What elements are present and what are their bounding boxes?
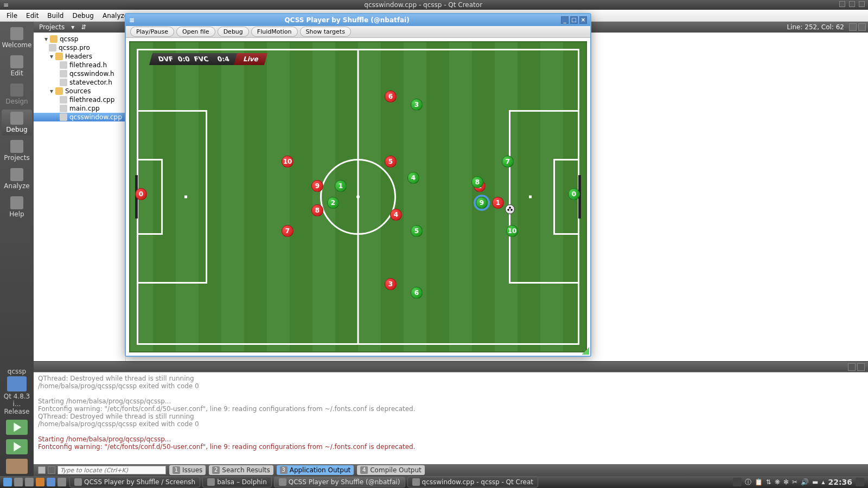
file-icon <box>49 44 56 52</box>
split-button[interactable] <box>849 23 857 31</box>
pager-icon[interactable] <box>25 478 34 486</box>
player-minimize-button[interactable]: _ <box>561 16 569 24</box>
clock[interactable]: 22:36 <box>828 478 852 486</box>
tree-node[interactable]: statevector.h <box>34 78 125 87</box>
mode-analyze[interactable]: Analyze <box>2 166 32 192</box>
player-red: 0 <box>135 188 147 200</box>
kickoff-icon[interactable] <box>3 478 12 486</box>
menu-build[interactable]: Build <box>43 10 68 21</box>
tab-compile-output[interactable]: 4Compile Output <box>357 465 425 475</box>
close-editor-button[interactable] <box>858 23 866 31</box>
updates-icon[interactable]: ❋ <box>775 478 780 486</box>
player-green: 1 <box>335 180 347 192</box>
window-buttons <box>838 1 865 9</box>
show-targets-button[interactable]: Show targets <box>300 27 351 37</box>
terminal-icon[interactable] <box>58 478 66 486</box>
mode-edit[interactable]: Edit <box>2 53 32 79</box>
project-tree[interactable]: ▾qcsspqcssp.pro▾Headersfilethread.hqcssw… <box>34 33 126 361</box>
build-button[interactable] <box>6 459 28 474</box>
tree-node[interactable]: main.cpp <box>34 104 125 113</box>
mode-help[interactable]: Help <box>2 194 32 220</box>
activities-icon[interactable] <box>14 478 23 486</box>
output-min-icon[interactable] <box>848 363 856 371</box>
player-close-button[interactable]: × <box>579 16 587 24</box>
player-green: 9 <box>476 197 488 209</box>
folder-icon <box>55 53 63 60</box>
fluidmotion-button[interactable]: FluidMotion <box>251 27 298 37</box>
scoreboard: DVF 0:0 FVC 0:4 Live <box>151 52 266 66</box>
klipper-icon[interactable]: 📋 <box>755 478 763 486</box>
folder-icon <box>50 35 58 43</box>
mode-projects[interactable]: Projects <box>2 138 32 164</box>
taskbar-entry[interactable]: qcsswindow.cpp - qcssp - Qt Creat <box>407 477 539 487</box>
output-line: Starting /home/balsa/prog/qcssp/qcssp... <box>38 397 864 405</box>
tray-icon[interactable] <box>733 478 742 486</box>
tree-node[interactable]: filethread.cpp <box>34 95 125 104</box>
taskbar-entry[interactable]: balsa – Dolphin <box>202 477 272 487</box>
penalty-spot-left <box>184 196 187 198</box>
menu-debug[interactable]: Debug <box>68 10 98 21</box>
tree-node[interactable]: filethread.h <box>34 61 125 69</box>
taskbar-entry[interactable]: QCSS Player by Shuffle / Screensh <box>69 477 200 487</box>
player-maximize-button[interactable]: □ <box>570 16 578 24</box>
info-icon[interactable]: ⓘ <box>745 478 751 487</box>
tree-node[interactable]: qcsswindow.h <box>34 69 125 78</box>
scissors-icon[interactable]: ✂ <box>792 478 797 486</box>
taskbar-entry[interactable]: QCSS Player by Shuffle (@nbatfai) <box>274 477 405 487</box>
minimize-button[interactable] <box>839 1 845 7</box>
debug-button[interactable]: Debug <box>218 27 249 37</box>
menu-file[interactable]: File <box>2 10 22 21</box>
ball-icon <box>505 204 515 214</box>
tab-search-results[interactable]: 2Search Results <box>209 465 273 475</box>
app-menu-icon[interactable]: ≡ <box>3 1 9 9</box>
dolphin-icon[interactable] <box>36 478 44 486</box>
tray-expand-icon[interactable]: ▴ <box>821 478 825 486</box>
volume-icon[interactable]: 🔊 <box>801 478 809 486</box>
target-selector[interactable]: qcssp Qt 4.8.3 i... Release <box>0 365 34 418</box>
filter-icon[interactable]: ⇵ <box>78 23 90 31</box>
output-line: /home/balsa/prog/qcssp/qcssp exited with… <box>38 382 864 390</box>
open-file-button[interactable]: Open file <box>176 27 215 37</box>
tree-node[interactable]: ▾qcssp <box>34 35 125 43</box>
close-button[interactable] <box>859 1 865 7</box>
battery-icon[interactable]: ▬ <box>812 478 818 486</box>
tab-issues[interactable]: 1Issues <box>169 465 206 475</box>
dropdown-icon[interactable]: ▾ <box>68 23 78 31</box>
player-titlebar[interactable]: ≡ QCSS Player by Shuffle (@nbatfai) _ □ … <box>126 14 590 26</box>
bluetooth-icon[interactable]: ✻ <box>783 478 789 486</box>
tree-node[interactable]: ▾Sources <box>34 87 125 95</box>
locator-input[interactable] <box>58 466 166 474</box>
output-close-icon[interactable] <box>857 363 865 371</box>
mode-debug[interactable]: Debug <box>2 110 32 136</box>
resize-grip[interactable] <box>582 347 589 355</box>
mode-sidebar: Welcome Edit Design Debug Projects Analy… <box>0 22 34 476</box>
tree-node[interactable]: qcssp.pro <box>34 43 125 52</box>
player-red: 4 <box>390 209 402 221</box>
file-icon <box>60 105 67 112</box>
network-icon[interactable]: ⇅ <box>766 478 771 486</box>
tab-app-output[interactable]: 3Application Output <box>277 465 354 475</box>
projects-combo[interactable]: Projects <box>36 23 68 31</box>
play-pause-button[interactable]: Play/Pause <box>130 27 174 37</box>
browser-icon[interactable] <box>47 478 55 486</box>
show-desktop-icon[interactable] <box>856 478 864 486</box>
player-green: 3 <box>411 99 423 111</box>
application-output[interactable]: QThread: Destroyed while thread is still… <box>34 372 868 464</box>
file-icon <box>60 61 67 69</box>
menu-edit[interactable]: Edit <box>22 10 43 21</box>
run-button[interactable] <box>6 420 28 435</box>
tree-node[interactable]: ▾Headers <box>34 52 125 61</box>
locator-bar: 1Issues 2Search Results 3Application Out… <box>34 464 868 476</box>
mode-welcome[interactable]: Welcome <box>2 25 32 51</box>
analyze-icon <box>10 168 23 181</box>
global-window-title: qcsswindow.cpp - qcssp - Qt Creator <box>9 1 838 9</box>
maximize-button[interactable] <box>849 1 855 7</box>
stop-icon[interactable] <box>38 466 46 474</box>
task-icon <box>207 478 215 486</box>
debug-run-button[interactable] <box>6 439 28 454</box>
tree-node[interactable]: qcsswindow.cpp <box>34 113 125 121</box>
global-titlebar: ≡ qcsswindow.cpp - qcssp - Qt Creator <box>0 0 868 10</box>
task-icon <box>74 478 82 486</box>
file-icon <box>60 113 67 121</box>
qcss-player-window[interactable]: ≡ QCSS Player by Shuffle (@nbatfai) _ □ … <box>125 13 591 357</box>
